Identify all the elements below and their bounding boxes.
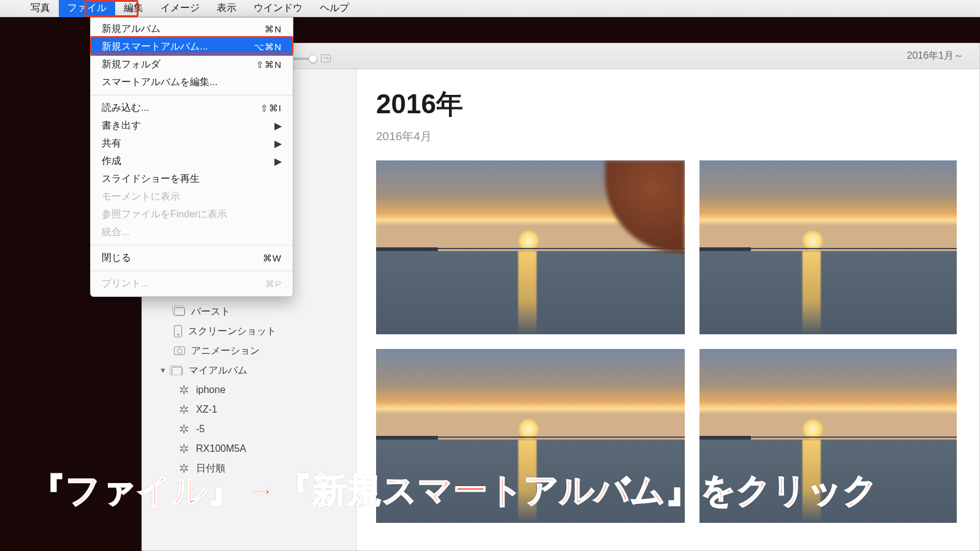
photo-thumbnail[interactable] xyxy=(376,349,685,523)
sidebar-smart-iphone[interactable]: ✲iphone xyxy=(142,380,356,400)
smart-album-icon: ✲ xyxy=(178,403,190,416)
menu-item-new-folder[interactable]: 新規フォルダ⇧⌘N xyxy=(91,56,293,73)
menubar-item-window[interactable]: ウインドウ xyxy=(245,0,311,17)
smart-album-icon: ✲ xyxy=(178,443,190,455)
menu-item-show-in-finder: 参照ファイルをFinderに表示 xyxy=(91,206,293,223)
animation-icon xyxy=(174,347,185,355)
sidebar-item-label: マイアルバム xyxy=(189,364,247,377)
menu-separator xyxy=(91,271,293,271)
menu-item-close[interactable]: 閉じる⌘W xyxy=(91,249,293,267)
menubar-item-image[interactable]: イメージ xyxy=(152,0,208,17)
sidebar-smart-dateorder[interactable]: ✲日付順 xyxy=(142,459,356,478)
sidebar-group-myalbum[interactable]: ▼マイアルバム xyxy=(142,361,356,380)
menu-item-import[interactable]: 読み込む...⇧⌘I xyxy=(91,99,293,117)
menu-separator xyxy=(91,95,293,96)
menu-separator xyxy=(91,245,293,246)
smart-album-icon: ✲ xyxy=(178,462,190,474)
menubar: 写真 ファイル 編集 イメージ 表示 ウインドウ ヘルプ xyxy=(0,0,980,17)
menu-item-label: 参照ファイルをFinderに表示 xyxy=(102,208,227,221)
menu-item-export[interactable]: 書き出す▶ xyxy=(91,117,293,135)
smart-album-icon: ✲ xyxy=(178,384,190,396)
menu-item-shortcut: ⌘P xyxy=(265,279,282,290)
menu-item-play-slideshow[interactable]: スライドショーを再生 xyxy=(91,170,293,188)
menu-item-shortcut: ⇧⌘I xyxy=(260,103,282,114)
screenshot-icon xyxy=(174,325,182,337)
sidebar-item-label: RX100M5A xyxy=(196,443,246,454)
date-range-label: 2016年1月～ xyxy=(907,50,964,62)
menu-item-shortcut: ⇧⌘N xyxy=(256,59,282,70)
menu-item-label: プリント... xyxy=(102,277,149,290)
menu-item-label: 閉じる xyxy=(102,252,131,264)
main-content: 2016年 2016年4月 xyxy=(356,69,979,550)
sidebar-item-label: -5 xyxy=(196,424,205,435)
photo-thumbnail[interactable] xyxy=(376,160,685,334)
folder-icon xyxy=(172,367,183,375)
smart-album-icon: ✲ xyxy=(178,423,190,435)
menu-item-label: モーメントに表示 xyxy=(102,190,180,203)
menu-item-share[interactable]: 共有▶ xyxy=(91,135,293,152)
menu-item-label: 作成 xyxy=(102,155,121,168)
sidebar-item-animation[interactable]: アニメーション xyxy=(142,341,356,361)
menu-item-label: 共有 xyxy=(102,137,121,150)
menu-item-label: 新規スマートアルバム... xyxy=(102,40,208,53)
menu-item-new-album[interactable]: 新規アルバム⌘N xyxy=(91,20,293,38)
menu-item-label: 読み込む... xyxy=(102,102,149,114)
sidebar-item-label: バースト xyxy=(191,305,230,318)
submenu-arrow-icon: ▶ xyxy=(274,156,282,167)
menu-item-label: 新規アルバム xyxy=(102,23,160,36)
sidebar-smart-minus5[interactable]: ✲-5 xyxy=(142,419,356,439)
file-menu-dropdown: 新規アルバム⌘N 新規スマートアルバム...⌥⌘N 新規フォルダ⇧⌘N スマート… xyxy=(90,17,293,297)
menu-item-create[interactable]: 作成▶ xyxy=(91,152,293,170)
menu-item-shortcut: ⌘W xyxy=(263,253,282,264)
burst-icon xyxy=(174,307,185,316)
menubar-item-file[interactable]: ファイル xyxy=(59,0,115,17)
submenu-arrow-icon: ▶ xyxy=(274,138,282,149)
menu-item-shortcut: ⌥⌘N xyxy=(254,42,282,53)
menu-item-label: 書き出す xyxy=(102,119,141,132)
menubar-item-help[interactable]: ヘルプ xyxy=(311,0,358,17)
sidebar-item-screenshot[interactable]: スクリーンショット xyxy=(142,321,356,341)
menu-item-new-smart-album[interactable]: 新規スマートアルバム...⌥⌘N xyxy=(91,38,293,56)
photo-grid xyxy=(376,160,979,523)
sidebar-item-label: アニメーション xyxy=(191,345,260,358)
menu-item-shortcut: ⌘N xyxy=(265,24,282,35)
photo-thumbnail[interactable] xyxy=(699,349,957,523)
menu-item-show-in-moment: モーメントに表示 xyxy=(91,188,293,206)
sidebar-smart-xz1[interactable]: ✲XZ-1 xyxy=(142,400,356,419)
menu-item-label: 統合... xyxy=(102,226,129,239)
menu-item-label: スライドショーを再生 xyxy=(102,173,200,186)
photo-thumbnail[interactable] xyxy=(699,160,957,334)
year-heading: 2016年 xyxy=(376,86,979,122)
submenu-arrow-icon: ▶ xyxy=(274,120,282,132)
menubar-item-edit[interactable]: 編集 xyxy=(115,0,152,17)
sidebar-item-burst[interactable]: バースト xyxy=(142,302,356,321)
menu-item-label: 新規フォルダ xyxy=(102,58,160,71)
zoom-slider-knob[interactable] xyxy=(309,54,317,63)
zoom-grid-icon[interactable] xyxy=(321,54,331,62)
month-heading: 2016年4月 xyxy=(376,129,979,144)
menubar-item-view[interactable]: 表示 xyxy=(208,0,245,17)
sidebar-item-label: スクリーンショット xyxy=(188,325,276,338)
sidebar-smart-rx100m5a[interactable]: ✲RX100M5A xyxy=(142,439,356,459)
sidebar-item-label: XZ-1 xyxy=(196,404,217,415)
menubar-app[interactable]: 写真 xyxy=(22,0,59,17)
menu-item-print: プリント...⌘P xyxy=(91,275,293,293)
sidebar-item-label: 日付順 xyxy=(196,462,225,475)
menu-item-edit-smart-album[interactable]: スマートアルバムを編集... xyxy=(91,73,293,91)
sidebar-item-label: iphone xyxy=(196,384,225,395)
menu-item-label: スマートアルバムを編集... xyxy=(102,76,217,89)
menu-item-consolidate: 統合... xyxy=(91,223,293,241)
disclosure-triangle-icon[interactable]: ▼ xyxy=(159,366,165,375)
